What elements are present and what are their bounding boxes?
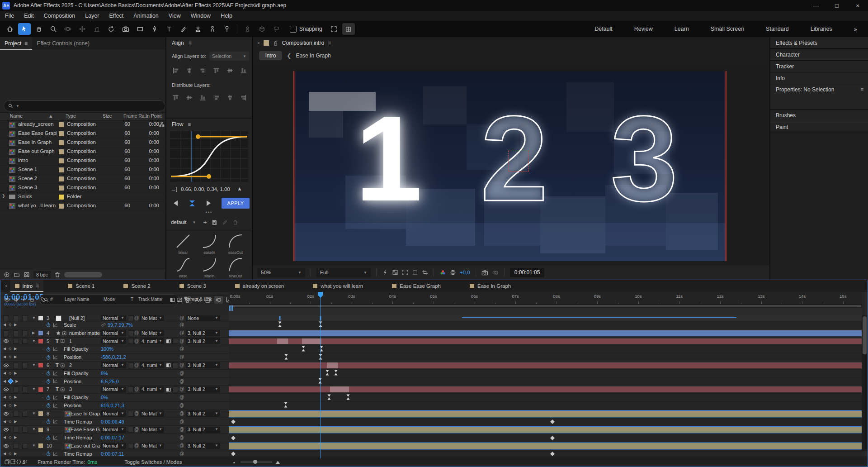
property-name[interactable]: Time Remap bbox=[64, 434, 92, 442]
previous-preset-button[interactable] bbox=[174, 200, 178, 206]
timeline-property-row[interactable]: ◀◇▶·Scale99,7,99,7%@ bbox=[0, 321, 229, 329]
next-keyframe-icon[interactable]: ▶ bbox=[15, 378, 18, 386]
track-matte-dropdown[interactable]: No Mat▼ bbox=[140, 315, 164, 321]
matte-toggle-icon[interactable] bbox=[166, 362, 171, 369]
layer-expander[interactable]: ▼ bbox=[32, 338, 36, 345]
graph-icon[interactable] bbox=[53, 345, 58, 353]
add-keyframe-icon[interactable]: ◇ bbox=[9, 402, 11, 410]
panel-menu-icon[interactable]: ≡ bbox=[860, 86, 863, 93]
next-keyframe-icon[interactable]: ▶ bbox=[14, 370, 17, 377]
tool-clone-stamp[interactable] bbox=[192, 23, 204, 35]
timeline-layer-row[interactable]: ▶4number matteNormal▼@No Mat▼@3. Null 2▼ bbox=[0, 329, 229, 338]
parent-link-dropdown[interactable]: 3. Null 2▼ bbox=[186, 443, 220, 449]
label-column-icon[interactable] bbox=[40, 297, 46, 304]
timeline-tab-scene-2[interactable]: Scene 2 bbox=[119, 280, 155, 292]
distribute-left-button[interactable] bbox=[211, 93, 222, 102]
project-row[interactable]: Scene 2 Composition 60 0:00 bbox=[0, 175, 165, 184]
workspace-review[interactable]: Review bbox=[623, 26, 664, 32]
audio-column-icon[interactable] bbox=[13, 297, 19, 304]
timeline-layer-row[interactable]: ▼6T2Normal▼@4. numl▼@3. Null 2▼ bbox=[0, 362, 229, 370]
sidebar-panel-character[interactable]: Character bbox=[770, 49, 868, 61]
matte-invert-toggle[interactable] bbox=[172, 386, 178, 393]
track-row[interactable] bbox=[229, 321, 862, 329]
preset-dropdown[interactable]: default bbox=[171, 219, 187, 225]
keyframe-navigator[interactable]: ◀◇▶ bbox=[3, 394, 17, 401]
flow-preset-linear[interactable]: linear bbox=[170, 233, 196, 256]
align-bottom-button[interactable] bbox=[238, 66, 249, 75]
solo-toggle[interactable] bbox=[22, 315, 28, 321]
eye-column-icon[interactable] bbox=[4, 297, 10, 304]
layer-expander[interactable]: ▼ bbox=[32, 362, 36, 369]
graph-icon[interactable] bbox=[53, 418, 58, 426]
property-value[interactable]: 8% bbox=[101, 370, 108, 377]
am-network-icon[interactable] bbox=[22, 459, 28, 465]
label-color-swatch[interactable] bbox=[59, 167, 64, 172]
apply-button[interactable]: APPLY bbox=[222, 198, 250, 209]
column-number[interactable]: # bbox=[50, 297, 53, 302]
column-track-matte[interactable]: Track Matte bbox=[138, 297, 162, 302]
property-value[interactable]: 100% bbox=[101, 345, 113, 353]
maximize-button[interactable]: □ bbox=[826, 0, 847, 11]
tool-rotate[interactable] bbox=[105, 23, 118, 35]
stopwatch-icon[interactable] bbox=[46, 370, 51, 377]
pickwhip-icon[interactable]: @ bbox=[179, 345, 184, 353]
tool-camera[interactable] bbox=[119, 23, 132, 35]
workspace-overflow-button[interactable]: » bbox=[843, 26, 868, 33]
timeline-layer-row[interactable]: ▼9 [Ease Ease Graph]Normal▼@No Mat▼@3. N… bbox=[0, 426, 229, 434]
solo-column-icon[interactable]: ● bbox=[22, 297, 25, 302]
mode-dropdown[interactable]: Normal▼ bbox=[101, 362, 126, 368]
audio-toggle[interactable] bbox=[13, 329, 19, 337]
property-name[interactable]: Position bbox=[64, 378, 81, 386]
label-color-swatch[interactable] bbox=[59, 186, 64, 191]
menu-view[interactable]: View bbox=[164, 13, 186, 19]
align-to-dropdown[interactable]: Selection▼ bbox=[209, 52, 249, 61]
timeline-property-row[interactable]: ◀◇▶·Time Remap0:00:07:17@ bbox=[0, 434, 229, 442]
layer-duration-bar[interactable] bbox=[229, 386, 862, 392]
matte-pickwhip-icon[interactable]: @ bbox=[134, 338, 139, 345]
pickwhip-icon[interactable]: @ bbox=[179, 370, 184, 377]
delete-preset-icon[interactable] bbox=[232, 219, 238, 225]
favorite-star-icon[interactable]: ★ bbox=[237, 186, 242, 192]
track-matte-dropdown[interactable]: No Mat▼ bbox=[140, 410, 164, 417]
stopwatch-icon[interactable] bbox=[46, 402, 51, 410]
timeline-tab-already-on-screen[interactable]: already on screen bbox=[231, 280, 288, 292]
column-in-point[interactable]: In Point bbox=[146, 113, 162, 119]
align-top-button[interactable] bbox=[211, 66, 222, 75]
flow-curve-editor[interactable] bbox=[170, 131, 248, 182]
matte-pickwhip-icon[interactable]: @ bbox=[134, 362, 139, 369]
interpret-footage-icon[interactable] bbox=[4, 272, 10, 278]
graph-icon[interactable] bbox=[53, 434, 58, 442]
tool-type[interactable] bbox=[163, 23, 175, 35]
label-color-swatch[interactable] bbox=[59, 204, 64, 209]
layer-expander[interactable]: ▼ bbox=[32, 426, 36, 434]
eye-toggle[interactable] bbox=[3, 442, 9, 450]
parent-pickwhip-icon[interactable]: @ bbox=[179, 410, 184, 418]
distribute-right-button[interactable] bbox=[238, 93, 249, 102]
sidebar-panel-info[interactable]: Info bbox=[770, 72, 868, 84]
label-color-swatch[interactable] bbox=[38, 338, 43, 345]
layer-duration-bar[interactable] bbox=[229, 362, 862, 368]
property-name[interactable]: Position bbox=[64, 402, 81, 410]
property-name[interactable]: Fill Opacity bbox=[64, 345, 88, 353]
stopwatch-icon[interactable] bbox=[46, 394, 51, 401]
timeline-layer-row[interactable]: ▼3[Null 2]Normal▼@No Mat▼@None▼ bbox=[0, 315, 229, 321]
track-row[interactable] bbox=[229, 362, 862, 370]
timeline-property-row[interactable]: ◀▶·Position6,5,25,0@ bbox=[0, 378, 229, 386]
project-row[interactable]: intro Composition 60 0:00 bbox=[0, 157, 165, 166]
parent-link-dropdown[interactable]: 3. Null 2▼ bbox=[186, 362, 220, 368]
workspace-learn[interactable]: Learn bbox=[664, 26, 700, 32]
copy-values-icon[interactable]: →] bbox=[171, 186, 177, 192]
add-keyframe-icon[interactable]: ◇ bbox=[9, 353, 11, 361]
stopwatch-icon[interactable] bbox=[46, 418, 51, 426]
project-row[interactable]: what yo...ll learn Composition 60 0:00 bbox=[0, 202, 165, 211]
layer-name[interactable]: 3 bbox=[69, 386, 72, 393]
sidebar-panel-paint[interactable]: Paint bbox=[770, 121, 868, 133]
panel-menu-icon[interactable]: ≡ bbox=[189, 40, 192, 46]
timeline-property-row[interactable]: ◀◇▶·Fill Opacity0%@ bbox=[0, 394, 229, 402]
color-depth-button[interactable]: 8 bpc bbox=[33, 271, 51, 278]
label-color-swatch[interactable] bbox=[59, 195, 64, 200]
column-layer-name[interactable]: Layer Name bbox=[65, 297, 89, 302]
matte-pickwhip-icon[interactable]: @ bbox=[134, 329, 139, 337]
solo-toggle[interactable] bbox=[22, 338, 28, 345]
distribute-top-button[interactable] bbox=[170, 93, 181, 102]
